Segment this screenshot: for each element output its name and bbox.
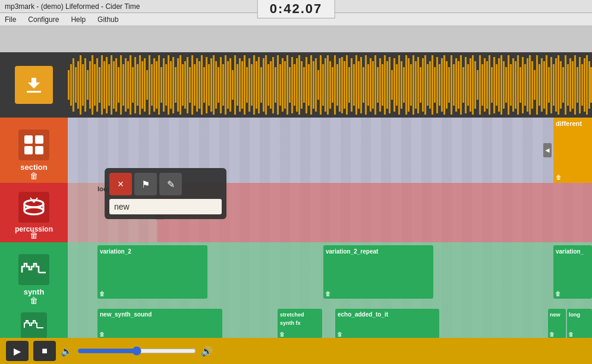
- section-sidebar: section 🗑: [0, 118, 68, 183]
- svg-rect-164: [451, 55, 452, 115]
- svg-rect-12: [89, 61, 91, 109]
- segment-trash-different[interactable]: 🗑: [556, 174, 562, 181]
- svg-rect-162: [446, 61, 448, 109]
- menu-help[interactable]: Help: [68, 14, 88, 25]
- scroll-left-arrow[interactable]: ◄: [543, 143, 552, 157]
- synth2-segment-long[interactable]: long 🗑: [567, 309, 592, 338]
- svg-rect-56: [194, 64, 196, 106]
- svg-rect-33: [139, 55, 141, 115]
- menu-configure[interactable]: Configure: [26, 14, 61, 25]
- synth-segment-variation2-repeat[interactable]: variation_2_repeat 🗑: [323, 245, 433, 299]
- svg-rect-138: [389, 57, 391, 113]
- download-button[interactable]: [15, 66, 53, 104]
- popup-edit-button[interactable]: ✎: [159, 173, 182, 195]
- synth-track-content[interactable]: variation_2 🗑 variation_2_repeat 🗑 varia…: [68, 242, 592, 308]
- synth-segment-variation-right[interactable]: variation_ 🗑: [553, 245, 592, 299]
- svg-rect-222: [588, 61, 590, 109]
- svg-rect-159: [439, 64, 440, 106]
- svg-rect-31: [134, 57, 136, 113]
- svg-rect-152: [422, 58, 424, 112]
- popup-name-input[interactable]: [109, 199, 222, 214]
- stop-button[interactable]: ■: [33, 341, 56, 361]
- svg-rect-194: [522, 57, 524, 113]
- synth-segment-variation2[interactable]: variation_2 🗑: [97, 245, 207, 299]
- synth-track-row: synth 🗑 variation_2 🗑 variation_2_repeat…: [0, 242, 592, 308]
- svg-rect-19: [106, 57, 108, 113]
- svg-rect-92: [279, 64, 281, 106]
- svg-rect-175: [477, 70, 478, 100]
- play-button[interactable]: ▶: [6, 341, 29, 361]
- svg-rect-30: [132, 67, 134, 103]
- menu-file[interactable]: File: [2, 14, 18, 25]
- svg-rect-118: [341, 57, 343, 113]
- svg-point-231: [24, 207, 43, 214]
- percussion-track-row: percussion 🗑 loop ◄: [0, 183, 592, 242]
- synth2-segment-new-synth[interactable]: new_synth_sound 🗑: [97, 309, 222, 338]
- svg-rect-11: [87, 70, 89, 100]
- svg-rect-150: [417, 57, 419, 113]
- waveform-canvas: [68, 52, 592, 118]
- svg-rect-29: [130, 55, 131, 115]
- svg-rect-169: [462, 67, 464, 103]
- svg-rect-9: [82, 64, 84, 106]
- popup-close-button[interactable]: ×: [109, 173, 132, 195]
- section-trash-icon[interactable]: 🗑: [30, 171, 38, 181]
- svg-rect-196: [527, 58, 528, 112]
- svg-rect-106: [313, 61, 314, 109]
- popup-flag-button[interactable]: ⚑: [134, 173, 157, 195]
- svg-rect-191: [515, 61, 517, 109]
- synth2-segment-new[interactable]: new 🗑: [548, 309, 566, 338]
- svg-rect-172: [470, 58, 471, 112]
- svg-rect-101: [301, 61, 303, 109]
- svg-rect-144: [403, 67, 405, 103]
- svg-rect-211: [562, 67, 564, 103]
- svg-rect-87: [267, 64, 269, 106]
- svg-rect-115: [334, 55, 336, 115]
- svg-rect-102: [303, 67, 305, 103]
- svg-rect-109: [320, 55, 322, 115]
- svg-rect-195: [524, 64, 526, 106]
- svg-rect-216: [574, 55, 576, 115]
- svg-rect-167: [458, 61, 459, 109]
- svg-rect-153: [424, 55, 426, 115]
- svg-rect-16: [99, 67, 100, 103]
- svg-rect-111: [325, 58, 326, 112]
- svg-rect-185: [500, 55, 502, 115]
- svg-point-228: [24, 200, 43, 207]
- svg-rect-52: [184, 61, 186, 109]
- svg-rect-68: [222, 64, 224, 106]
- svg-rect-198: [531, 61, 533, 109]
- synth-sidebar: synth 🗑: [0, 242, 68, 308]
- menu-github[interactable]: Github: [95, 14, 121, 25]
- svg-rect-41: [158, 55, 160, 115]
- volume-slider[interactable]: [77, 346, 196, 356]
- svg-rect-60: [203, 67, 205, 103]
- percussion-trash-icon[interactable]: 🗑: [30, 230, 38, 240]
- svg-rect-180: [489, 55, 490, 115]
- svg-rect-193: [519, 67, 521, 103]
- svg-rect-205: [548, 67, 550, 103]
- svg-rect-80: [251, 64, 253, 106]
- svg-rect-7: [77, 61, 79, 109]
- svg-rect-78: [246, 67, 248, 103]
- svg-rect-151: [420, 67, 421, 103]
- synth2-segment-stretched[interactable]: stretched synth fx 🗑: [278, 309, 322, 338]
- svg-rect-81: [253, 55, 255, 115]
- section-segment-different[interactable]: different 🗑: [553, 118, 592, 183]
- svg-rect-10: [84, 58, 86, 112]
- synth-trash-icon[interactable]: 🗑: [30, 296, 38, 305]
- svg-rect-131: [372, 61, 374, 109]
- svg-rect-188: [508, 55, 509, 115]
- svg-rect-208: [555, 58, 557, 112]
- svg-rect-73: [234, 55, 236, 115]
- svg-rect-139: [391, 70, 393, 100]
- svg-rect-134: [379, 58, 381, 112]
- svg-rect-130: [370, 58, 371, 112]
- synth2-segment-echo[interactable]: echo_added_to_it 🗑: [335, 309, 439, 338]
- svg-rect-90: [275, 67, 276, 103]
- svg-rect-224: [24, 135, 33, 144]
- svg-rect-168: [460, 55, 462, 115]
- svg-rect-67: [220, 57, 222, 113]
- svg-rect-214: [569, 58, 571, 112]
- svg-rect-166: [455, 58, 457, 112]
